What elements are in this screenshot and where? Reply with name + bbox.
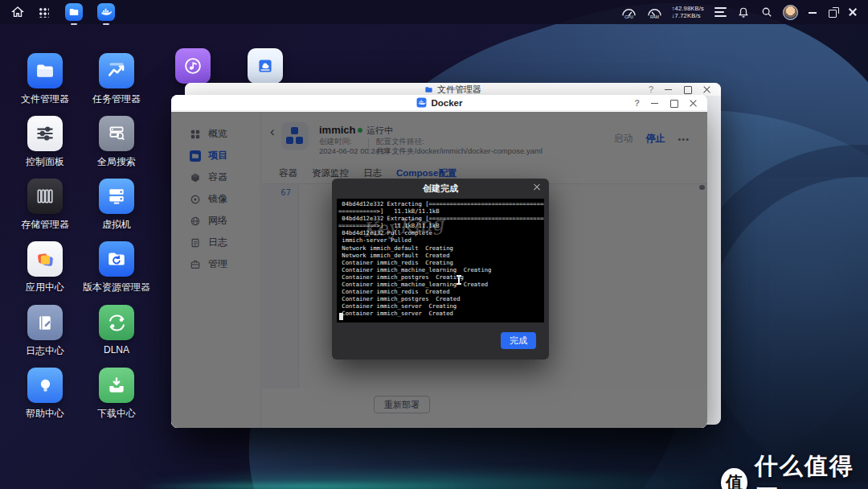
ram-gauge-icon[interactable]: RAM bbox=[646, 6, 663, 19]
desktop-icon-file-manager[interactable]: 文件管理器 bbox=[9, 53, 81, 106]
search-server-icon bbox=[99, 116, 134, 151]
help-icon[interactable]: ? bbox=[649, 84, 653, 94]
wallpaper-teal-glow bbox=[129, 466, 739, 489]
docker-titlebar[interactable]: Docker ? bbox=[171, 95, 707, 111]
taskbar-docker-icon[interactable] bbox=[97, 3, 115, 21]
minimize-icon[interactable] bbox=[650, 99, 659, 108]
desktop-icon-task-manager[interactable]: 任务管理器 bbox=[80, 53, 153, 106]
help-icon[interactable]: ? bbox=[634, 98, 640, 108]
desktop-icon-help-center[interactable]: 帮助中心 bbox=[9, 368, 81, 421]
terminal-line: immich-server Pulled bbox=[338, 236, 544, 244]
desktop-icon-label: 帮助中心 bbox=[9, 407, 81, 421]
desktop-icon-label: 全局搜索 bbox=[80, 155, 153, 169]
close-icon[interactable] bbox=[702, 85, 711, 94]
desktop-icon-label: 下载中心 bbox=[80, 407, 153, 421]
window-title: Docker bbox=[432, 98, 463, 108]
terminal-line: Container immich_machine_learning Create… bbox=[338, 281, 544, 288]
desktop-icon-dlna[interactable]: DLNA bbox=[80, 305, 153, 355]
window-title: 文件管理器 bbox=[437, 84, 481, 96]
cloud-drive-icon bbox=[248, 48, 283, 84]
close-icon[interactable] bbox=[689, 99, 698, 108]
cpu-gauge-icon[interactable]: CPU bbox=[620, 6, 637, 19]
download-speed: ↓7.72KB/s bbox=[672, 12, 704, 19]
notebook-icon bbox=[27, 305, 63, 340]
server-icon bbox=[99, 179, 134, 214]
desktop-icon-label: 日志中心 bbox=[9, 344, 81, 358]
taskbar-file-manager-icon[interactable] bbox=[65, 3, 83, 21]
desktop-icon-label: 版本资源管理器 bbox=[80, 281, 153, 294]
desktop-icon-control-panel[interactable]: 控制面板 bbox=[9, 116, 81, 169]
desktop-icon-label: 任务管理器 bbox=[80, 92, 153, 106]
terminal-line: Container immich_postgres Created bbox=[338, 295, 544, 302]
user-avatar[interactable] bbox=[783, 5, 798, 20]
desktop-icon-label: DLNA bbox=[80, 344, 153, 355]
docker-icon bbox=[416, 97, 427, 108]
desktop-icon-label: 文件管理器 bbox=[9, 92, 81, 106]
folder-icon bbox=[27, 53, 63, 88]
close-icon[interactable] bbox=[532, 183, 542, 192]
folder-restore-icon bbox=[99, 241, 134, 277]
sliders-icon bbox=[27, 116, 63, 151]
desktop-icon-music[interactable] bbox=[158, 48, 228, 84]
desktop-screen: CPU RAM ↑42.98KB/s ↓7.72KB/s bbox=[0, 0, 868, 489]
minimize-icon[interactable] bbox=[807, 6, 818, 18]
terminal-line: Network immich_default Created bbox=[338, 252, 544, 259]
search-icon[interactable] bbox=[760, 5, 774, 19]
desktop-icon-label: 控制面板 bbox=[9, 155, 81, 169]
bell-icon[interactable] bbox=[736, 5, 751, 19]
terminal-line: ===========>] 11.1kB/11.1kB bbox=[338, 208, 544, 215]
done-button[interactable]: 完成 bbox=[501, 332, 536, 349]
docker-window: Docker ? 概览 项目 容器 bbox=[171, 95, 707, 428]
desktop-icon-download-center[interactable]: 下载中心 bbox=[80, 368, 153, 421]
bulb-icon bbox=[27, 368, 63, 403]
maximize-icon[interactable] bbox=[669, 99, 678, 108]
home-icon[interactable] bbox=[10, 5, 25, 19]
desktop-icon-cloud-drive[interactable] bbox=[230, 48, 301, 84]
terminal-line: ===========>] 11.1kB/11.1kB bbox=[338, 222, 544, 229]
folder-icon bbox=[424, 85, 433, 94]
desktop-icon-label: 虚拟机 bbox=[80, 218, 153, 232]
terminal-line: Container immich_redis Creating bbox=[338, 259, 544, 266]
download-icon bbox=[99, 368, 134, 403]
svg-text:CPU: CPU bbox=[624, 15, 633, 19]
music-icon bbox=[175, 48, 211, 84]
network-speed: ↑42.98KB/s ↓7.72KB/s bbox=[672, 5, 704, 19]
dlna-icon bbox=[99, 305, 134, 340]
dialog-titlebar: 创建完成 bbox=[332, 179, 549, 199]
desktop-icon-label: 存储管理器 bbox=[9, 218, 81, 232]
smzdm-logo: 值 bbox=[721, 468, 747, 489]
terminal-cursor bbox=[339, 313, 343, 320]
close-icon[interactable] bbox=[847, 6, 858, 18]
terminal-line: 04bd4d12e332 Extracting [===============… bbox=[338, 200, 544, 208]
terminal-line: Container immich_redis Created bbox=[338, 288, 544, 295]
dialog-title: 创建完成 bbox=[423, 183, 458, 195]
upload-speed: ↑42.98KB/s bbox=[672, 5, 704, 12]
desktop-icon-global-search[interactable]: 全局搜索 bbox=[80, 116, 153, 169]
terminal-line: Container immich_server Creating bbox=[338, 302, 544, 310]
disks-icon bbox=[27, 179, 63, 214]
terminal-line: 04bd4d12e332 Pull complete bbox=[338, 229, 544, 236]
widgets-icon[interactable] bbox=[713, 5, 727, 19]
smzdm-text: 什么值得买 bbox=[755, 450, 868, 489]
desktop-icon-virtual-machine[interactable]: 虚拟机 bbox=[80, 179, 153, 232]
restore-icon[interactable] bbox=[827, 6, 838, 18]
terminal-line: Container immich_machine_learning Creati… bbox=[338, 266, 544, 273]
desktop-icon-version-manager[interactable]: 版本资源管理器 bbox=[80, 241, 153, 294]
desktop-icon-storage-manager[interactable]: 存储管理器 bbox=[9, 179, 81, 232]
terminal-line: Network immich_default Creating bbox=[338, 244, 544, 252]
terminal-output[interactable]: 04bd4d12e332 Extracting [===============… bbox=[337, 199, 544, 323]
create-complete-dialog: 创建完成 04bd4d12e332 Extracting [==========… bbox=[332, 179, 549, 360]
terminal-line: Container immich_server Created bbox=[338, 310, 544, 317]
desktop-icon-log-center[interactable]: 日志中心 bbox=[9, 305, 81, 358]
desktop-icon-label: 应用中心 bbox=[9, 281, 81, 294]
desktop-icon-app-center[interactable]: 应用中心 bbox=[9, 241, 81, 294]
terminal-line: Container immich_postgres Creating bbox=[338, 273, 544, 281]
maximize-icon[interactable] bbox=[683, 85, 692, 94]
app-grid-icon[interactable] bbox=[36, 5, 51, 19]
wallpaper-teal-glow bbox=[145, 481, 482, 489]
taskbar: CPU RAM ↑42.98KB/s ↓7.72KB/s bbox=[0, 0, 868, 24]
terminal-line: 04bd4d12e332 Extracting [===============… bbox=[338, 215, 544, 222]
minimize-icon[interactable] bbox=[664, 85, 673, 94]
file-manager-titlebar[interactable]: 文件管理器 ? bbox=[185, 83, 721, 96]
apps-icon bbox=[27, 241, 63, 277]
